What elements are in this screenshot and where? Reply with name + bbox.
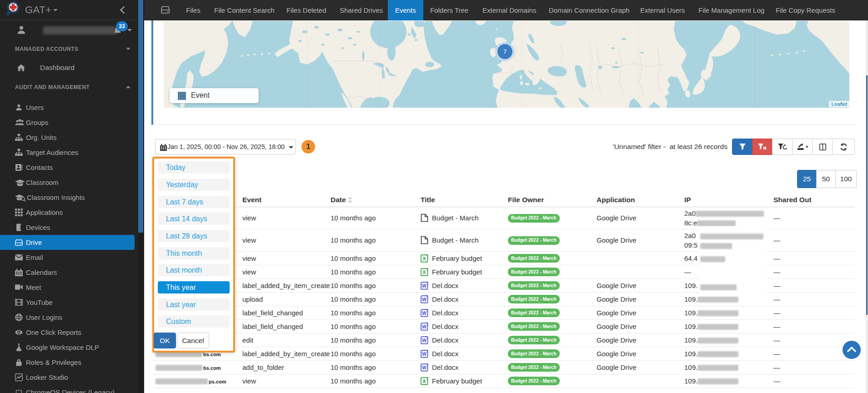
svg-text:X: X <box>422 269 426 275</box>
svg-text:X: X <box>422 378 426 384</box>
svg-text:W: W <box>422 338 426 343</box>
svg-text:W: W <box>422 351 426 357</box>
svg-text:W: W <box>422 310 426 316</box>
svg-text:W: W <box>422 283 426 289</box>
svg-text:X: X <box>422 256 426 261</box>
svg-text:W: W <box>422 365 426 370</box>
svg-text:W: W <box>422 324 426 329</box>
svg-text:W: W <box>422 297 426 302</box>
